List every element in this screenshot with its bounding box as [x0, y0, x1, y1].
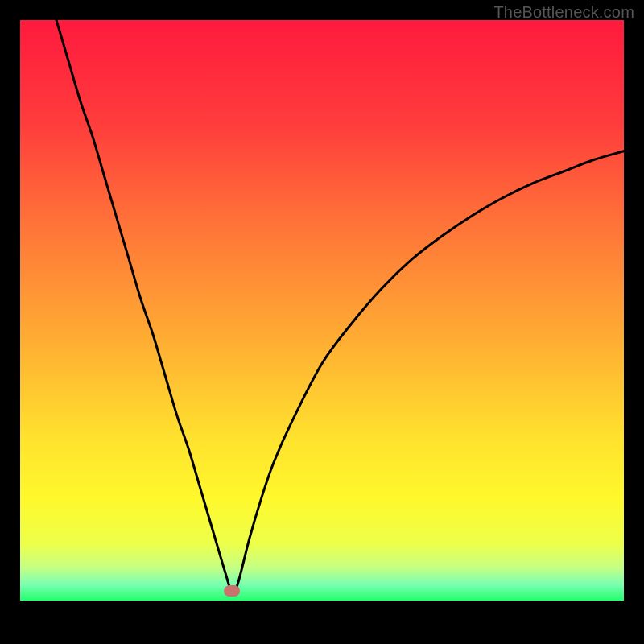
plot-svg: [20, 20, 624, 602]
plot-frame: [20, 20, 624, 624]
optimum-marker: [224, 585, 240, 597]
watermark-text: TheBottleneck.com: [493, 3, 634, 22]
plot-area: [20, 20, 624, 602]
gradient-background: [20, 20, 624, 602]
chart-stage: TheBottleneck.com: [0, 0, 644, 644]
